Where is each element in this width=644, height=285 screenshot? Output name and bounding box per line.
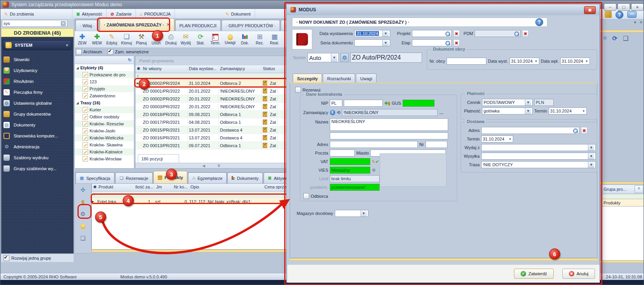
chat-icon[interactable]: •••: [627, 11, 637, 18]
order-row[interactable]: ZO 00015/PR/2021 13.07.2021 Dostawca 4 Z…: [135, 126, 287, 134]
zamawiajacy-field[interactable]: !NIEOKREŚLONY: [342, 109, 438, 116]
page-icon[interactable]: ❑: [79, 234, 87, 243]
tree-item[interactable]: Odbior osobisty: [75, 113, 134, 120]
expand-one-group-toggle[interactable]: Rozwijaj jedną grupę: [1, 254, 74, 262]
tab-dokumenty[interactable]: Dokumenty: [227, 172, 263, 183]
vies-check-icon[interactable]: ⚙: [372, 168, 376, 173]
tree-item[interactable]: Kurier: [75, 106, 134, 113]
help-icon[interactable]: ?: [616, 11, 623, 19]
modal-tab-szczegoly[interactable]: Szczegóły: [293, 74, 322, 83]
tab-specyfikacja[interactable]: ▦Specyfikacja: [76, 172, 114, 183]
tree-item[interactable]: Zatwierdzono: [75, 92, 134, 99]
search-icon[interactable]: [445, 31, 450, 36]
sidebar-item-pieczatka[interactable]: ✎Pieczątka firmy: [4, 88, 72, 97]
page-select-icon[interactable]: ❑: [623, 35, 628, 42]
order-row[interactable]: ZO 00013/PR/2021 09.07.2021 Odbiorca 1 Z…: [135, 142, 287, 150]
dropdown-arrow-icon[interactable]: ▼: [588, 144, 594, 151]
vat-status-field[interactable]: [330, 158, 370, 165]
column-opis[interactable]: Opis: [189, 184, 263, 191]
tree-item[interactable]: Przyjęto: [75, 85, 134, 92]
order-row[interactable]: ZO 00016/PR/2021 13.07.2021 Dostawca 4 Z…: [135, 134, 287, 142]
confirm-button[interactable]: ✔ Zatwierdź: [514, 269, 554, 279]
numbering-gear-icon[interactable]: ⚙: [340, 53, 349, 62]
menu-do-zrobienia[interactable]: ✎ Do zrobienia: [0, 9, 72, 19]
toolbar-wyslij-button[interactable]: ✉Wyślij: [178, 31, 193, 48]
todo-header[interactable]: DO ZROBIENIA (45): [1, 28, 74, 37]
pdm-field[interactable]: [475, 30, 521, 37]
dropdown-arrow-icon[interactable]: ▼: [382, 30, 389, 37]
sidebar-item-dokumenty[interactable]: ▤Dokumenty: [4, 120, 72, 130]
sidebar-item-slowniki[interactable]: Słowniki: [4, 55, 72, 64]
sidebar-item-grupy-dokumentow[interactable]: Grupy dokumentów: [4, 109, 72, 119]
dropdown-arrow-icon[interactable]: ▼: [582, 109, 585, 113]
clear-adres-icon[interactable]: ✖: [581, 127, 588, 134]
tab-rezerwacje[interactable]: ❏Rezerwacje: [115, 172, 152, 183]
tree-group-trasy[interactable]: ◢ Trasy (16): [75, 99, 134, 106]
tab-plan-produkcji[interactable]: PLAN PRODUKCJI: [175, 20, 221, 31]
orders-filter-row[interactable]: ⚲: [135, 73, 287, 79]
platnosc-field[interactable]: gotówka▼: [482, 107, 533, 114]
column-ilosc[interactable]: Ilość za...: [131, 184, 155, 191]
tree-item[interactable]: Kraków-Jasło: [75, 127, 134, 134]
menu-zadanie[interactable]: ⊘ Zadanie: [107, 9, 136, 19]
column-produkt[interactable]: Produkt: [97, 184, 131, 191]
toolbar-usun-button[interactable]: ✖Usuń: [149, 31, 164, 48]
window-close-button[interactable]: ✕: [631, 4, 644, 11]
nazwa2-field[interactable]: [330, 132, 448, 139]
order-row[interactable]: ZO 00001/PR/2022 20.01.2022 !NIEOKREŚLON…: [135, 87, 287, 95]
toolbar-zew-button[interactable]: ✚ZEW: [75, 31, 90, 48]
search-icon[interactable]: [573, 128, 578, 133]
toolbar-wew-button[interactable]: ✚WEW: [90, 31, 104, 48]
checkbox-checked-icon[interactable]: [4, 255, 9, 261]
modal-tab-rozrachunki[interactable]: Rozrachunki: [323, 74, 355, 83]
orders-hscrollbar[interactable]: ◀ Ⅲ: [135, 163, 287, 168]
data-wystawienia-field[interactable]: 31.10.2024 ▼: [354, 30, 390, 37]
nazwa-field[interactable]: NIEOKREŚLONY: [330, 118, 448, 131]
projekt-field[interactable]: [412, 30, 452, 37]
sidebar-item-rhoadmin[interactable]: RhoAdmin: [4, 77, 72, 86]
product-row[interactable]: ▸ Fotel Inka 1 szt 0 112; 112; Nić biała…: [92, 198, 287, 205]
dropdown-arrow-icon[interactable]: ▼: [525, 108, 531, 114]
checkbox-checked-icon[interactable]: [107, 49, 113, 55]
tab-egzemplarze[interactable]: ∴Egzemplarze: [188, 172, 227, 183]
tab-produkty[interactable]: Produkty: [153, 171, 188, 183]
tree-item[interactable]: Kraków-Katowice: [75, 148, 134, 155]
nr-field[interactable]: [426, 141, 447, 148]
refresh-add-icon[interactable]: ✣: [79, 186, 87, 194]
wysylka-field[interactable]: ▼: [481, 153, 596, 160]
dropdown-arrow-icon[interactable]: ▼: [588, 162, 594, 168]
toolbar-dok-button[interactable]: Dok.: [238, 31, 252, 48]
sidebar-item-szablony[interactable]: Szablony wydruku: [4, 153, 72, 162]
toolbar-uwagi-button[interactable]: Uwagi: [223, 31, 238, 48]
clear-etap-icon[interactable]: ✖: [453, 39, 460, 46]
termin-dostawy-field[interactable]: 31.10.2024▼: [481, 135, 513, 142]
toolbar-stat-button[interactable]: ⟳Stat.: [193, 31, 208, 48]
sidebar-item-uzytkownicy[interactable]: Użytkownicy: [4, 66, 72, 75]
column-data-wystaw[interactable]: Data wystaw...: [188, 65, 219, 73]
search-icon[interactable]: [445, 40, 450, 46]
vies-status-field[interactable]: Nieważny: [330, 167, 370, 174]
tree-item[interactable]: Przekazane do pro: [75, 71, 134, 78]
nip-prefix-field[interactable]: PL: [330, 100, 342, 107]
clear-search-icon[interactable]: ✕: [61, 21, 66, 26]
sidebar-item-ustawienia[interactable]: ⚙Ustawienia globalne: [4, 99, 72, 108]
lamp-icon[interactable]: [79, 222, 87, 230]
menu-aktywnosc[interactable]: ≣ Aktywność: [72, 9, 107, 19]
tree-group-etykiety[interactable]: ◢ Etykiety (4): [75, 64, 134, 71]
column-cena[interactable]: Cena sprzeda: [263, 184, 287, 191]
tab-witaj[interactable]: · Witaj ·: [76, 20, 99, 31]
dropdown-arrow-icon[interactable]: ▼: [525, 99, 531, 106]
configure-product-gear-icon[interactable]: ⚙: [79, 210, 87, 218]
column-zamawiajacy[interactable]: Zamawiający: [219, 65, 262, 73]
list-button-icon[interactable]: ≡: [635, 185, 643, 193]
dropdown-arrow-icon[interactable]: ▼: [588, 153, 594, 159]
list-icon[interactable]: ≡: [603, 35, 607, 42]
odbiorca-toggle[interactable]: Odbiorca: [303, 193, 328, 199]
etap-field[interactable]: [412, 39, 452, 46]
order-row[interactable]: ZO 00003/PR/2022 20.01.2022 !NIEOKREŚLON…: [135, 103, 287, 111]
price-icon[interactable]: $: [79, 198, 87, 206]
sync-icon[interactable]: ⟳: [612, 35, 617, 42]
right-panel-row[interactable]: Produkty: [602, 199, 644, 206]
tree-item[interactable]: 123: [75, 78, 134, 85]
toolbar-edytuj-button[interactable]: ✎Edytuj: [104, 31, 119, 48]
